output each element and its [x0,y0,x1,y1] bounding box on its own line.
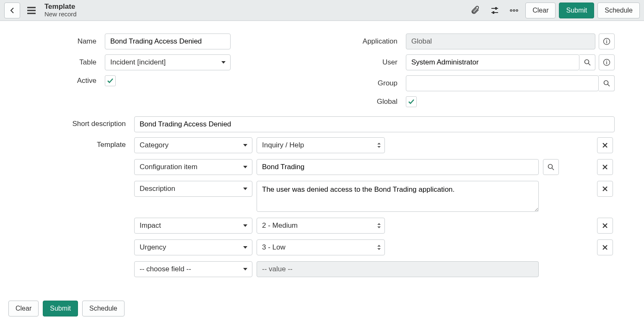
settings-button[interactable] [487,3,503,18]
template-row-remove[interactable] [597,181,613,197]
chevron-down-icon [221,60,226,64]
svg-rect-11 [606,62,607,64]
template-value-input[interactable] [257,159,539,175]
name-input[interactable] [105,33,231,49]
header-title: Template New record [44,3,77,18]
table-select[interactable]: Incident [incident] [105,54,231,70]
svg-point-6 [606,40,607,41]
template-row-remove[interactable] [597,137,613,153]
template-placeholder-row: -- choose field -- -- value -- [134,261,615,277]
left-column: Name Table Incident [incident] Active [29,33,314,112]
svg-point-10 [606,61,607,62]
table-label: Table [29,58,105,67]
template-value-select[interactable]: 2 - Medium [257,218,385,234]
active-checkbox[interactable] [105,75,116,86]
template-row-remove[interactable] [597,159,613,175]
template-row-remove[interactable] [597,218,613,234]
back-button[interactable] [4,3,20,18]
svg-rect-7 [606,41,607,44]
close-icon [602,223,608,229]
sliders-icon [490,6,499,15]
template-row: Impact2 - Medium [134,218,615,234]
group-lookup-button[interactable] [599,75,615,91]
header-title-line2: New record [44,11,77,18]
more-button[interactable] [506,3,522,18]
chevron-down-icon [243,143,248,147]
footer-actions: Clear Submit Schedule [0,296,644,319]
search-icon [548,164,554,170]
close-icon [602,186,608,192]
template-row: CategoryInquiry / Help [134,137,615,153]
application-info-button[interactable] [599,33,615,49]
paperclip-icon [471,6,480,15]
template-value-textarea[interactable] [257,181,539,212]
chevron-down-icon [243,187,248,191]
template-field-select[interactable]: Urgency [134,239,252,255]
name-label: Name [29,37,105,46]
submit-button-header[interactable]: Submit [559,3,594,18]
template-label: Template [29,137,134,149]
short-description-input[interactable] [134,116,615,132]
short-description-label: Short description [29,116,134,128]
svg-point-4 [516,10,518,11]
global-label: Global [330,98,406,106]
template-value-select[interactable]: Inquiry / Help [257,137,385,153]
chevron-down-icon [243,267,248,271]
clear-button-header[interactable]: Clear [525,3,556,18]
header-title-line1: Template [44,3,77,11]
template-field-placeholder[interactable]: -- choose field -- [134,261,252,277]
submit-button-footer[interactable]: Submit [43,301,78,316]
svg-point-8 [584,60,589,64]
svg-point-12 [604,81,608,85]
user-label: User [330,58,406,67]
updown-icon [377,222,381,229]
svg-rect-0 [495,7,497,10]
template-value-lookup[interactable] [543,159,559,175]
menu-button[interactable] [23,3,39,18]
group-label: Group [330,79,406,87]
active-label: Active [29,77,105,85]
updown-icon [377,142,381,149]
chevron-left-icon [9,7,16,14]
more-horizontal-icon [509,9,519,12]
attachment-button[interactable] [467,3,483,18]
template-field-select[interactable]: Impact [134,218,252,234]
close-icon [602,244,608,250]
header-bar: Template New record Clear Submit Schedul… [0,0,644,21]
template-field-select[interactable]: Configuration item [134,159,252,175]
form-area: Name Table Incident [incident] Active [0,21,644,296]
clear-button-footer[interactable]: Clear [8,301,39,316]
global-checkbox[interactable] [406,96,417,107]
table-select-value: Incident [incident] [110,58,166,67]
search-icon [584,59,591,66]
schedule-button-footer[interactable]: Schedule [82,301,125,316]
chevron-down-icon [243,165,248,169]
template-row-remove[interactable] [597,239,613,255]
info-icon [603,38,610,45]
svg-point-13 [548,165,553,169]
application-field: Global [406,33,595,49]
template-value-select[interactable]: 3 - Low [257,239,385,255]
user-info-button[interactable] [599,54,615,70]
schedule-button-header[interactable]: Schedule [597,3,640,18]
svg-point-2 [510,10,512,11]
user-input[interactable] [406,54,579,70]
group-input[interactable] [406,75,599,91]
template-field-select[interactable]: Description [134,181,252,197]
hamburger-icon [27,7,36,14]
close-icon [602,142,608,148]
svg-rect-1 [493,11,494,14]
info-icon [603,59,610,66]
svg-point-3 [513,10,515,11]
search-icon [603,80,610,87]
template-row: Configuration item [134,159,615,175]
template-field-select[interactable]: Category [134,137,252,153]
chevron-down-icon [243,245,248,250]
chevron-down-icon [243,224,248,228]
template-row: Urgency3 - Low [134,239,615,255]
check-icon [408,98,415,105]
user-lookup-button[interactable] [579,54,595,70]
check-icon [106,77,114,85]
template-row: Description [134,181,615,212]
close-icon [602,164,608,170]
